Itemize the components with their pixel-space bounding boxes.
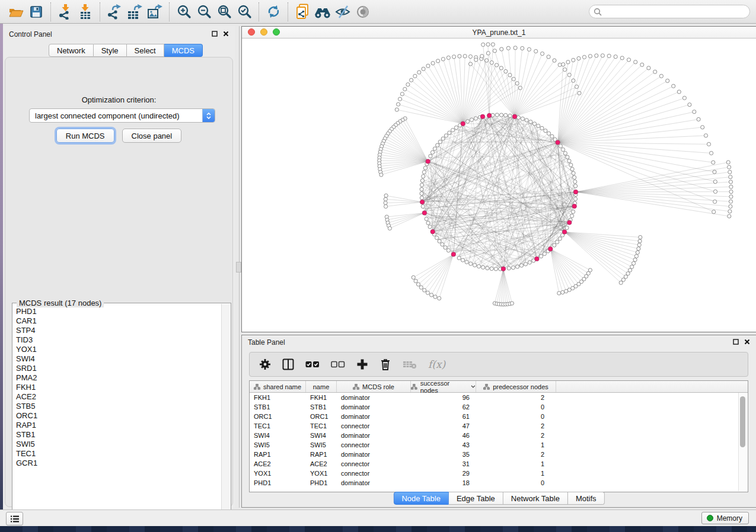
network-node[interactable] xyxy=(481,43,485,46)
network-node[interactable] xyxy=(444,134,448,137)
network-node[interactable] xyxy=(426,291,429,294)
network-node[interactable] xyxy=(566,60,570,64)
network-hub-node[interactable] xyxy=(426,159,430,164)
result-list-item[interactable]: GCR1 xyxy=(16,459,221,468)
network-node[interactable] xyxy=(419,286,423,289)
network-hub-node[interactable] xyxy=(562,230,566,234)
network-node[interactable] xyxy=(454,126,458,129)
tab-mcds[interactable]: MCDS xyxy=(164,44,203,57)
network-node[interactable] xyxy=(433,295,437,299)
table-row[interactable]: FKH1FKH1dominator962 xyxy=(250,393,748,402)
network-node[interactable] xyxy=(544,129,547,133)
table-row[interactable]: PHD1PHD1dominator180 xyxy=(250,478,748,488)
network-node[interactable] xyxy=(436,59,440,63)
network-node[interactable] xyxy=(508,73,512,77)
run-mcds-button[interactable]: Run MCDS xyxy=(56,129,114,143)
network-node[interactable] xyxy=(423,166,427,170)
network-node[interactable] xyxy=(414,279,417,283)
network-node[interactable] xyxy=(513,46,517,50)
show-all-eye-icon[interactable] xyxy=(353,2,373,21)
network-node[interactable] xyxy=(516,116,520,119)
task-history-button[interactable] xyxy=(6,512,23,525)
network-node[interactable] xyxy=(448,131,451,134)
network-node[interactable] xyxy=(712,161,715,164)
network-node[interactable] xyxy=(421,204,425,208)
network-node[interactable] xyxy=(474,117,477,120)
network-hub-node[interactable] xyxy=(573,190,578,194)
network-node[interactable] xyxy=(420,196,423,200)
result-list-item[interactable]: YOX1 xyxy=(16,345,221,354)
network-node[interactable] xyxy=(729,185,733,188)
network-node[interactable] xyxy=(433,147,436,150)
network-hub-node[interactable] xyxy=(567,220,572,225)
window-maximize-traffic-light[interactable] xyxy=(273,28,280,36)
network-node[interactable] xyxy=(629,268,632,272)
export-image-icon[interactable] xyxy=(145,2,165,21)
network-node[interactable] xyxy=(567,159,571,163)
table-row[interactable]: ACE2ACE2connector311 xyxy=(250,459,748,469)
table-scrollbar[interactable] xyxy=(738,393,747,491)
network-node[interactable] xyxy=(537,124,540,127)
result-list-item[interactable]: TEC1 xyxy=(16,449,221,459)
network-canvas[interactable] xyxy=(242,39,756,332)
network-node[interactable] xyxy=(569,163,573,166)
network-node[interactable] xyxy=(388,226,391,230)
network-node[interactable] xyxy=(425,217,428,220)
result-list-item[interactable]: ORC1 xyxy=(16,411,221,421)
network-node[interactable] xyxy=(500,47,503,51)
network-hub-node[interactable] xyxy=(501,267,505,271)
network-node[interactable] xyxy=(627,58,630,62)
network-node[interactable] xyxy=(547,55,550,59)
network-node[interactable] xyxy=(463,55,467,58)
network-node[interactable] xyxy=(428,225,432,229)
network-node[interactable] xyxy=(510,302,513,305)
network-node[interactable] xyxy=(397,102,400,106)
window-minimize-traffic-light[interactable] xyxy=(260,28,267,36)
network-node[interactable] xyxy=(468,62,472,66)
clear-checkboxes-icon[interactable] xyxy=(331,361,345,368)
network-node[interactable] xyxy=(516,265,519,268)
network-node[interactable] xyxy=(562,148,565,151)
network-node[interactable] xyxy=(412,275,415,279)
network-node[interactable] xyxy=(406,83,410,86)
network-node[interactable] xyxy=(438,296,441,300)
network-window-titlebar[interactable]: YPA_prune.txt_1 xyxy=(242,27,756,39)
refresh-layout-icon[interactable] xyxy=(263,2,283,21)
network-node[interactable] xyxy=(710,151,713,155)
result-list-item[interactable]: CAR1 xyxy=(16,316,221,326)
network-node[interactable] xyxy=(634,254,638,258)
result-list-item[interactable]: STP4 xyxy=(16,326,221,335)
network-node[interactable] xyxy=(515,82,519,85)
network-node[interactable] xyxy=(477,265,481,268)
network-node[interactable] xyxy=(512,77,515,81)
network-node[interactable] xyxy=(562,63,565,66)
network-node[interactable] xyxy=(465,260,468,264)
network-node[interactable] xyxy=(423,289,426,292)
network-node[interactable] xyxy=(532,122,536,126)
tab-network[interactable]: Network xyxy=(49,44,94,57)
network-node[interactable] xyxy=(728,214,731,218)
zoom-fit-icon[interactable] xyxy=(214,2,234,21)
network-node[interactable] xyxy=(384,201,387,204)
network-hub-node[interactable] xyxy=(487,113,492,117)
network-node[interactable] xyxy=(729,200,732,203)
column-header-successor-nodes[interactable]: successor nodes xyxy=(411,381,476,392)
network-node[interactable] xyxy=(570,167,574,171)
clone-network-icon[interactable] xyxy=(292,2,312,21)
network-node[interactable] xyxy=(420,183,423,187)
network-node[interactable] xyxy=(573,197,577,201)
network-node[interactable] xyxy=(506,46,510,50)
network-node[interactable] xyxy=(575,85,578,88)
network-node[interactable] xyxy=(713,180,717,184)
gear-icon[interactable] xyxy=(259,358,271,370)
network-node[interactable] xyxy=(438,140,442,143)
network-node[interactable] xyxy=(457,256,461,259)
network-node[interactable] xyxy=(435,236,439,239)
network-node[interactable] xyxy=(563,152,567,155)
save-icon[interactable] xyxy=(26,2,46,21)
import-table-icon[interactable] xyxy=(75,2,95,21)
network-node[interactable] xyxy=(626,272,630,275)
network-node[interactable] xyxy=(422,171,426,174)
network-node[interactable] xyxy=(588,55,592,58)
split-columns-icon[interactable] xyxy=(282,358,294,370)
